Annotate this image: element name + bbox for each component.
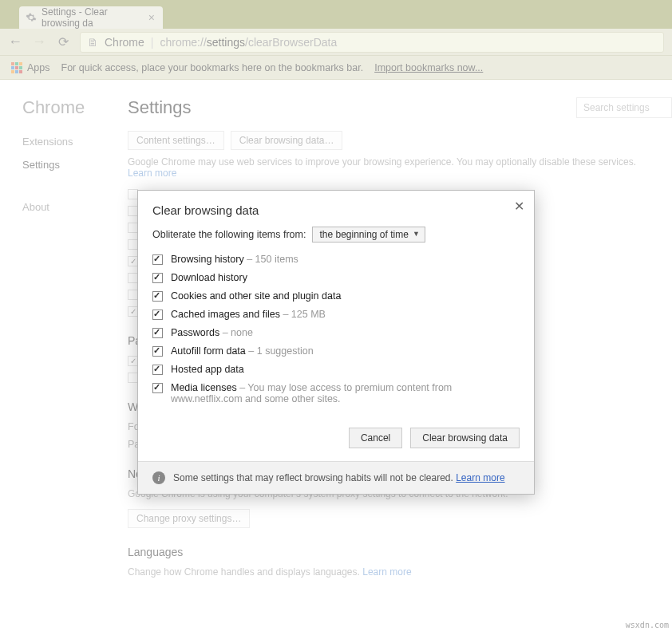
cancel-button[interactable]: Cancel <box>349 428 402 448</box>
option-label: Download history <box>171 272 247 283</box>
clear-data-button[interactable]: Clear browsing data <box>410 428 520 448</box>
option-label: Media licenses <box>171 382 237 393</box>
option-label: Browsing history <box>171 254 244 265</box>
option-label: Cached images and files <box>171 309 280 320</box>
clear-data-option[interactable]: Media licenses – You may lose access to … <box>152 382 520 404</box>
option-detail: – 125 MB <box>283 309 326 320</box>
clear-data-option[interactable]: Download history <box>152 272 520 283</box>
checkbox[interactable] <box>152 291 163 302</box>
checkbox[interactable] <box>152 383 163 393</box>
dialog-footer: i Some settings that may reflect browsin… <box>138 461 534 494</box>
option-detail: – 1 suggestion <box>248 345 313 357</box>
checkbox[interactable] <box>152 310 163 320</box>
option-detail: – none <box>223 327 253 338</box>
learn-more-link[interactable]: Learn more <box>456 472 504 483</box>
dialog-title: Clear browsing data <box>138 191 534 222</box>
clear-data-option[interactable]: Passwords – none <box>152 327 520 338</box>
checkbox[interactable] <box>152 365 163 375</box>
time-range-dropdown[interactable]: the beginning of time <box>312 227 425 243</box>
clear-data-option[interactable]: Browsing history – 150 items <box>152 254 520 265</box>
range-label: Obliterate the following items from: <box>152 229 306 240</box>
info-icon: i <box>152 471 165 484</box>
clear-browsing-data-dialog: ✕ Clear browsing data Obliterate the fol… <box>137 190 535 495</box>
checkbox[interactable] <box>152 254 163 265</box>
checkbox[interactable] <box>152 273 163 283</box>
clear-data-option[interactable]: Autofill form data – 1 suggestion <box>152 345 520 357</box>
clear-data-option[interactable]: Cached images and files – 125 MB <box>152 309 520 320</box>
option-detail: – 150 items <box>247 254 298 265</box>
option-label: Cookies and other site and plugin data <box>171 290 341 302</box>
option-label: Autofill form data <box>171 345 246 357</box>
modal-overlay: ✕ Clear browsing data Obliterate the fol… <box>0 0 672 631</box>
clear-data-option[interactable]: Hosted app data <box>152 364 520 375</box>
option-label: Passwords <box>171 327 219 338</box>
option-label: Hosted app data <box>171 364 244 375</box>
close-icon[interactable]: ✕ <box>514 199 524 214</box>
checkbox[interactable] <box>152 346 163 357</box>
clear-data-option[interactable]: Cookies and other site and plugin data <box>152 290 520 302</box>
source-watermark: wsxdn.com <box>626 621 669 629</box>
checkbox[interactable] <box>152 328 163 338</box>
